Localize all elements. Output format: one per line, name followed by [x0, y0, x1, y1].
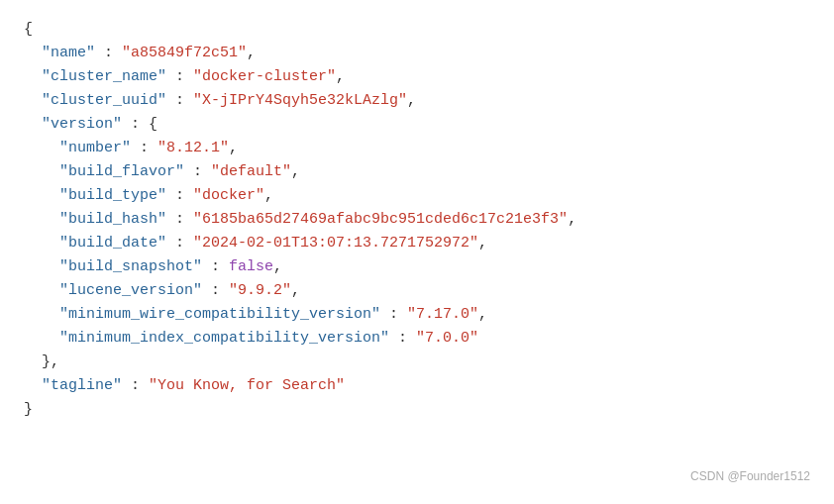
value-name: "a85849f72c51"	[122, 45, 247, 61]
value-tagline: "You Know, for Search"	[149, 377, 345, 394]
value-build-date: "2024-02-01T13:07:13.7271752972"	[193, 235, 478, 252]
value-build-snapshot: false	[229, 258, 273, 275]
value-min-index: "7.0.0"	[416, 330, 478, 347]
key-build-hash: "build_hash"	[59, 211, 166, 228]
line-tagline: "tagline" : "You Know, for Search"	[24, 374, 810, 398]
key-cluster-name: "cluster_name"	[42, 68, 166, 85]
line-build-flavor: "build_flavor" : "default",	[24, 160, 810, 184]
key-cluster-uuid: "cluster_uuid"	[42, 92, 166, 109]
line-open-brace: {	[24, 18, 810, 42]
line-min-wire: "minimum_wire_compatibility_version" : "…	[24, 303, 810, 327]
line-version-close: },	[24, 351, 810, 374]
value-cluster-uuid: "X-jIPrY4Sqyh5e32kLAzlg"	[193, 92, 407, 109]
key-build-type: "build_type"	[59, 187, 166, 204]
open-brace: {	[24, 21, 33, 38]
code-container: { "name" : "a85849f72c51", "cluster_name…	[0, 0, 834, 504]
line-name: "name" : "a85849f72c51",	[24, 42, 810, 65]
key-number: "number"	[59, 140, 131, 156]
value-min-wire: "7.17.0"	[407, 306, 478, 323]
value-build-type: "docker"	[193, 187, 264, 204]
key-min-index: "minimum_index_compatibility_version"	[59, 330, 389, 347]
line-cluster-name: "cluster_name" : "docker-cluster",	[24, 65, 810, 89]
line-cluster-uuid: "cluster_uuid" : "X-jIPrY4Sqyh5e32kLAzlg…	[24, 89, 810, 113]
line-number: "number" : "8.12.1",	[24, 137, 810, 160]
key-lucene-version: "lucene_version"	[59, 282, 202, 299]
key-name: "name"	[42, 45, 95, 61]
line-lucene-version: "lucene_version" : "9.9.2",	[24, 279, 810, 303]
key-tagline: "tagline"	[42, 377, 122, 394]
close-brace: }	[24, 401, 33, 418]
key-min-wire: "minimum_wire_compatibility_version"	[59, 306, 380, 323]
value-number: "8.12.1"	[157, 140, 229, 156]
key-build-flavor: "build_flavor"	[59, 163, 184, 180]
key-version: "version"	[42, 116, 122, 133]
line-build-date: "build_date" : "2024-02-01T13:07:13.7271…	[24, 232, 810, 255]
line-version: "version" : {	[24, 113, 810, 137]
watermark: CSDN @Founder1512	[690, 467, 810, 486]
key-build-snapshot: "build_snapshot"	[59, 258, 202, 275]
value-build-flavor: "default"	[211, 163, 291, 180]
line-min-index: "minimum_index_compatibility_version" : …	[24, 327, 810, 351]
key-build-date: "build_date"	[59, 235, 166, 252]
line-build-snapshot: "build_snapshot" : false,	[24, 255, 810, 279]
line-build-hash: "build_hash" : "6185ba65d27469afabc9bc95…	[24, 208, 810, 232]
value-build-hash: "6185ba65d27469afabc9bc951cded6c17c21e3f…	[193, 211, 568, 228]
line-close-brace: }	[24, 398, 810, 422]
line-build-type: "build_type" : "docker",	[24, 184, 810, 208]
value-cluster-name: "docker-cluster"	[193, 68, 336, 85]
version-close-brace: },	[24, 353, 59, 370]
value-lucene-version: "9.9.2"	[229, 282, 291, 299]
